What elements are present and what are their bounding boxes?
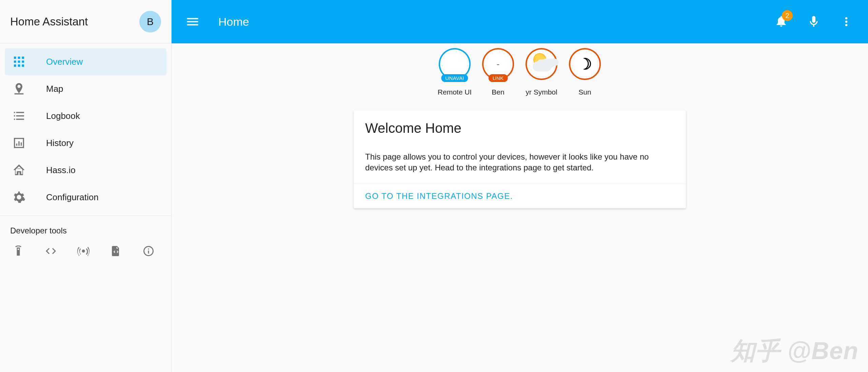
list-icon [12, 109, 26, 123]
home-assistant-icon [12, 163, 26, 177]
sidebar-item-label: Hass.io [46, 165, 76, 175]
sidebar-header: Home Assistant B [0, 0, 171, 43]
sidebar-item-label: Configuration [46, 192, 99, 203]
badge-label: Ben [492, 88, 504, 96]
moon-icon: ☽ [578, 55, 592, 73]
badge-label: yr Symbol [526, 88, 557, 96]
badge-label: Remote UI [438, 88, 472, 96]
sidebar-item-hassio[interactable]: Hass.io [5, 157, 166, 184]
watermark: 知乎 @Ben [731, 335, 859, 367]
map-marker-icon [12, 82, 26, 96]
gear-icon [12, 190, 26, 204]
badge-label: Sun [578, 88, 591, 96]
notifications-button[interactable]: 2 [774, 14, 788, 29]
chart-icon [12, 136, 26, 150]
badge-circle: ☽ [569, 48, 601, 80]
info-icon[interactable] [142, 245, 155, 257]
card-body: This page allows you to control your dev… [354, 143, 686, 184]
sidebar-nav: Overview Map Logbook History Hass.io Con… [0, 43, 171, 211]
sidebar-item-configuration[interactable]: Configuration [5, 184, 166, 211]
badge-state-pill: UNK [489, 74, 508, 82]
radio-tower-icon[interactable] [77, 245, 90, 257]
badge-circle: - UNK [482, 48, 514, 80]
badge-sun[interactable]: ☽ Sun [567, 48, 603, 96]
card-title: Welcome Home [354, 110, 686, 143]
badge-yr-symbol[interactable]: yr Symbol [524, 48, 559, 96]
notification-badge: 2 [782, 10, 793, 21]
sidebar-item-label: History [46, 138, 74, 148]
topbar-actions: 2 [774, 14, 853, 29]
microphone-icon[interactable] [807, 15, 821, 28]
sidebar-item-logbook[interactable]: Logbook [5, 102, 166, 129]
main: Home 2 UNAVAI Remote UI - UNK [172, 0, 868, 372]
badge-body-text: - [497, 59, 500, 69]
card-actions: GO TO THE INTEGRATIONS PAGE. [354, 184, 686, 208]
go-to-integrations-link[interactable]: GO TO THE INTEGRATIONS PAGE. [365, 191, 513, 201]
dashboard-icon [12, 55, 26, 68]
welcome-card: Welcome Home This page allows you to con… [354, 110, 686, 208]
developer-tools-icons [10, 245, 161, 257]
page-title: Home [218, 15, 774, 28]
file-code-icon[interactable] [110, 245, 122, 257]
user-avatar[interactable]: B [139, 11, 161, 33]
sidebar-item-map[interactable]: Map [5, 75, 166, 102]
topbar: Home 2 [172, 0, 868, 43]
badge-row: UNAVAI Remote UI - UNK Ben yr Symbol [172, 43, 868, 96]
sidebar-item-history[interactable]: History [5, 129, 166, 157]
badge-state-pill: UNAVAI [441, 74, 468, 82]
developer-tools-section: Developer tools [0, 215, 171, 257]
code-icon[interactable] [45, 245, 57, 257]
user-initial: B [147, 16, 154, 27]
content: UNAVAI Remote UI - UNK Ben yr Symbol [172, 43, 868, 372]
badge-circle: UNAVAI [439, 48, 471, 80]
kebab-menu-icon[interactable] [840, 15, 853, 28]
sidebar-item-label: Overview [46, 57, 83, 67]
sidebar: Home Assistant B Overview Map Logbook Hi… [0, 0, 172, 372]
sidebar-item-label: Map [46, 84, 63, 94]
remote-icon[interactable] [12, 245, 24, 257]
developer-tools-title: Developer tools [10, 226, 161, 235]
menu-icon[interactable] [185, 14, 200, 29]
weather-partly-cloudy-icon [531, 55, 552, 73]
app-title: Home Assistant [10, 15, 88, 28]
badge-remote-ui[interactable]: UNAVAI Remote UI [437, 48, 473, 96]
sidebar-item-overview[interactable]: Overview [5, 48, 166, 75]
sidebar-item-label: Logbook [46, 111, 80, 121]
badge-ben[interactable]: - UNK Ben [480, 48, 516, 96]
badge-circle [526, 48, 557, 80]
